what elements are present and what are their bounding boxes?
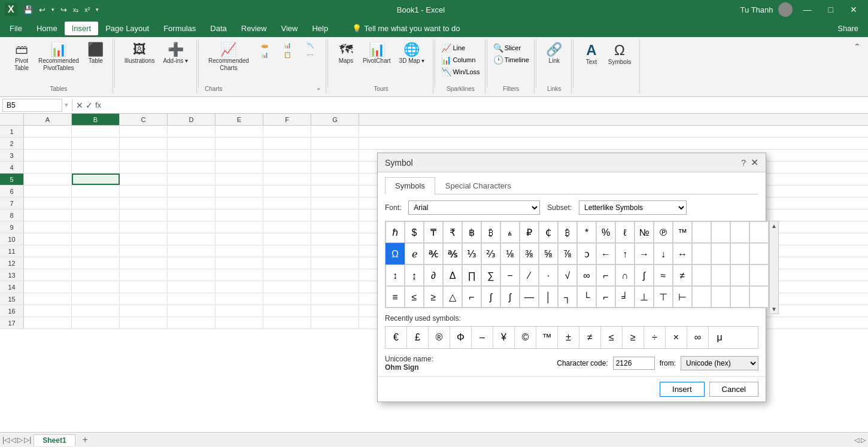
symbol-cell-41[interactable]: ↨ (405, 264, 424, 286)
cell-E8[interactable] (216, 209, 263, 221)
symbol-cell-75[interactable]: ⊢ (673, 286, 692, 308)
symbol-cell-11[interactable]: % (596, 221, 615, 243)
cell-G13[interactable] (311, 269, 359, 281)
undo-dropdown-icon[interactable]: ▾ (49, 5, 57, 14)
recent-cell-14[interactable]: ∞ (687, 327, 709, 348)
cell-D10[interactable] (168, 233, 216, 245)
cell-C16[interactable] (120, 305, 168, 317)
symbol-cell-78[interactable] (730, 286, 749, 308)
cell-B16[interactable] (72, 305, 120, 317)
cell-F4[interactable] (263, 162, 311, 173)
cell-A16[interactable] (24, 305, 72, 317)
cell-G4[interactable] (311, 162, 359, 173)
cell-F6[interactable] (263, 186, 311, 197)
cell-A7[interactable] (24, 197, 72, 209)
recent-cell-12[interactable]: ÷ (644, 327, 666, 348)
cell-G6[interactable] (311, 186, 359, 197)
cell-G14[interactable] (311, 281, 359, 293)
symbol-cell-19[interactable] (749, 221, 769, 243)
symbol-cell-47[interactable]: ∕ (520, 264, 539, 286)
symbol-cell-73[interactable]: ⊥ (635, 286, 654, 308)
cell-B10[interactable] (72, 233, 120, 245)
cell-A1[interactable] (24, 126, 72, 137)
from-select[interactable]: Unicode (hex) (681, 356, 758, 370)
symbol-cell-54[interactable]: ≈ (654, 264, 673, 286)
symbol-cell-67[interactable]: — (520, 286, 539, 308)
menu-view[interactable]: View (274, 22, 305, 35)
menu-tell-me[interactable]: 💡 Tell me what you want to do (345, 22, 467, 35)
symbol-cell-25[interactable]: ⅔ (481, 243, 500, 264)
cell-A12[interactable] (24, 257, 72, 269)
cell-F11[interactable] (263, 245, 311, 257)
cell-G5[interactable] (311, 174, 359, 185)
table-button[interactable]: ⬛ Table (84, 41, 108, 66)
pivottable-button[interactable]: 🗃 PivotTable (10, 41, 34, 74)
recent-cell-8[interactable]: ± (558, 327, 579, 348)
menu-file[interactable]: File (2, 22, 29, 35)
col-header-d[interactable]: D (168, 114, 216, 125)
cell-F12[interactable] (263, 257, 311, 269)
recent-cell-13[interactable]: × (666, 327, 687, 348)
cell-E16[interactable] (216, 305, 263, 317)
recent-cell-6[interactable]: © (515, 327, 536, 348)
symbol-cell-71[interactable]: ⌐ (596, 286, 615, 308)
col-header-a[interactable]: A (24, 114, 72, 125)
symbol-cell-0[interactable]: ℏ (386, 221, 405, 243)
symbol-cell-59[interactable] (749, 264, 769, 286)
recent-cell-4[interactable]: – (472, 327, 493, 348)
menu-home[interactable]: Home (29, 22, 65, 35)
cell-A10[interactable] (24, 233, 72, 245)
symbol-cell-37[interactable] (711, 243, 730, 264)
symbol-cell-16[interactable] (692, 221, 711, 243)
cell-C9[interactable] (120, 221, 168, 233)
symbol-cell-61[interactable]: ≤ (405, 286, 424, 308)
cell-E10[interactable] (216, 233, 263, 245)
modal-help-icon[interactable]: ? (741, 158, 746, 168)
prev-sheet-icon[interactable]: ◁ (11, 436, 16, 444)
customize-icon[interactable]: ▾ (93, 5, 101, 14)
area-chart-button[interactable]: 📋 (277, 50, 298, 59)
cell-F15[interactable] (263, 293, 311, 305)
recent-cell-9[interactable]: ≠ (579, 327, 601, 348)
cell-E12[interactable] (216, 257, 263, 269)
recent-cell-7[interactable]: ™ (536, 327, 558, 348)
symbol-cell-23[interactable]: ℁ (443, 243, 462, 264)
symbol-cell-39[interactable] (749, 243, 769, 264)
modal-close-button[interactable]: ✕ (751, 157, 758, 168)
symbol-cell-6[interactable]: ₼ (500, 221, 520, 243)
cell-E15[interactable] (216, 293, 263, 305)
symbol-cell-77[interactable] (711, 286, 730, 308)
cell-B3[interactable] (72, 150, 120, 161)
cell-B14[interactable] (72, 281, 120, 293)
recent-cell-1[interactable]: £ (407, 327, 429, 348)
cell-E13[interactable] (216, 269, 263, 281)
symbol-cell-33[interactable]: → (635, 243, 654, 264)
symbol-cell-38[interactable] (730, 243, 749, 264)
menu-formulas[interactable]: Formulas (156, 22, 203, 35)
symbol-cell-30[interactable]: ↄ (577, 243, 596, 264)
superscript-icon[interactable]: x² (82, 5, 92, 14)
symbol-cell-24[interactable]: ⅓ (462, 243, 481, 264)
symbol-cell-2[interactable]: ₸ (424, 221, 443, 243)
cell-G9[interactable] (311, 221, 359, 233)
cell-A3[interactable] (24, 150, 72, 161)
cell-C11[interactable] (120, 245, 168, 257)
symbol-cell-12[interactable]: ℓ (615, 221, 635, 243)
col-header-g[interactable]: G (311, 114, 359, 125)
symbol-cell-36[interactable] (692, 243, 711, 264)
cell-F17[interactable] (263, 317, 311, 329)
insert-function-icon[interactable]: fx (95, 101, 101, 110)
symbol-cell-14[interactable]: ℗ (654, 221, 673, 243)
cell-F7[interactable] (263, 197, 311, 209)
cell-D3[interactable] (168, 150, 216, 161)
symbol-cell-43[interactable]: Δ (443, 264, 462, 286)
cell-D8[interactable] (168, 209, 216, 221)
recent-cell-2[interactable]: ® (429, 327, 450, 348)
cell-F5[interactable] (263, 174, 311, 185)
cell-B17[interactable] (72, 317, 120, 329)
cell-A14[interactable] (24, 281, 72, 293)
symbol-cell-63[interactable]: △ (443, 286, 462, 308)
subset-select[interactable]: Letterlike Symbols (579, 200, 687, 215)
symbol-cell-20[interactable]: Ω (386, 243, 405, 264)
cell-F1[interactable] (263, 126, 311, 137)
